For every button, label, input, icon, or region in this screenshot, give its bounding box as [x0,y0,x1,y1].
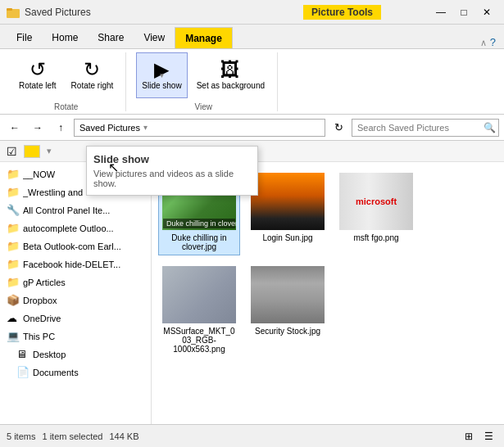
view-grid-button[interactable]: ⊞ [460,427,478,445]
rotate-group-label: Rotate [54,102,78,111]
tab-file[interactable]: File [7,27,42,48]
address-chevron: ▾ [140,123,151,132]
folder-icon-gparticles: 📁 [7,276,20,289]
file-size: 144 KB [109,431,138,441]
folder-icon [7,6,20,19]
sidebar-item-autocomplete[interactable]: 📁 autocomplete Outloo... [0,219,151,237]
sidebar-item-desktop[interactable]: 🖥 Desktop [0,345,151,363]
maximize-button[interactable]: □ [453,3,474,21]
sidebar-item-controlpanel[interactable]: 🔧 All Control Panel Ite... [0,201,151,219]
rotate-left-button[interactable]: ↺ Rotate left [13,52,62,98]
pc-icon: 💻 [7,330,20,343]
view-group-label: View [194,102,212,111]
rotate-group: ↺ Rotate left ↻ Rotate right Rotate [7,52,126,111]
slideshow-button[interactable]: ▶ Slide show ▼ [136,52,187,98]
file-thumb-security [251,266,325,323]
sidebar-item-gparticles[interactable]: 📁 gP Articles [0,273,151,291]
back-button[interactable]: ← [5,118,25,138]
folder-icon-wrestling: 📁 [7,186,20,199]
search-icon: 🔍 [484,122,496,133]
address-path-text: Saved Pictures [79,123,140,133]
close-button[interactable]: ✕ [476,3,497,21]
up-button[interactable]: ↑ [51,118,70,138]
picture-tools-label: Picture Tools [303,5,381,20]
sidebar-item-label-gparticles: gP Articles [23,278,66,287]
slideshow-label: Slide show [142,81,181,90]
set-bg-label: Set as background [197,81,265,90]
tab-home[interactable]: Home [42,27,88,48]
view-group: ▶ Slide show ▼ 🖼 Set as background View [129,52,278,111]
documents-icon: 📄 [16,366,30,379]
sidebar-item-dropbox[interactable]: 📦 Dropbox [0,291,151,309]
search-input[interactable] [352,119,499,137]
view-list-button[interactable]: ☰ [479,427,497,445]
file-label-duke: Duke chilling in clover.jpg [162,233,236,251]
sidebar-item-label-thispc: This PC [23,332,55,341]
address-bar: ← → ↑ Saved Pictures ▾ ↻ 🔍 [0,115,504,141]
title-bar-controls: — □ ✕ [430,3,497,21]
sidebar-item-label-facebook: Facebook hide-DELET... [23,260,120,269]
sidebar-item-onedrive[interactable]: ☁ OneDrive [0,309,151,327]
tab-view[interactable]: View [134,27,175,48]
file-label-login: Login Sun.jpg [262,233,312,242]
sidebar-item-documents[interactable]: 📄 Documents [0,363,151,382]
dropdown-icon[interactable]: ▾ [47,146,52,156]
rotate-left-label: Rotate left [19,81,57,90]
quick-access-icon [24,145,40,158]
rotate-right-button[interactable]: ↻ Rotate right [66,52,120,98]
sidebar-item-label-desktop: Desktop [33,350,66,359]
folder-icon-autocomplete: 📁 [7,222,20,235]
tab-manage[interactable]: Manage [175,27,233,48]
view-toggle: ⊞ ☰ [460,427,497,445]
set-bg-icon: 🖼 [220,60,240,79]
file-item-security[interactable]: Security Stock.jpg [247,262,329,358]
refresh-button[interactable]: ↻ [329,118,348,138]
ribbon: ↺ Rotate left ↻ Rotate right Rotate ▶ Sl… [0,49,504,115]
tooltip-title: Slide show [93,153,251,165]
sidebar-item-label-autocomplete: autocomplete Outloo... [23,224,114,233]
folder-icon-facebook: 📁 [7,258,20,271]
set-background-button[interactable]: 🖼 Set as background [191,52,270,98]
item-count: 5 items [7,431,35,441]
rotate-left-icon: ↺ [30,60,46,79]
file-item-msft[interactable]: microsoft msft fgo.png [335,169,417,255]
folder-icon-now: 📁 [7,168,20,181]
file-item-mssurface[interactable]: MSSurface_MKT_003_RGB-1000x563.png [158,262,240,358]
file-thumb-msft: microsoft [339,173,413,230]
sidebar-item-label-documents: Documents [33,368,79,377]
sidebar-item-label-dropbox: Dropbox [23,296,57,305]
address-path[interactable]: Saved Pictures ▾ [74,119,325,137]
main-content: 📁 __NOW 📁 _Wrestling and MM... 🔧 All Con… [0,162,504,424]
desktop-icon: 🖥 [16,348,30,361]
file-item-login[interactable]: Login Sun.jpg [247,169,329,255]
svg-rect-1 [7,8,12,11]
file-label-msft: msft fgo.png [353,233,398,242]
window-title: Saved Pictures [25,7,303,18]
sidebar-item-thispc[interactable]: 💻 This PC [0,327,151,345]
onedrive-icon: ☁ [7,312,20,325]
file-area: Duke chilling in clover.jpg Duke chillin… [152,162,504,424]
sidebar-item-label-onedrive: OneDrive [23,314,61,323]
view-list-icon: ☰ [484,431,493,442]
control-icon: 🔧 [7,204,20,217]
sidebar-item-facebook[interactable]: 📁 Facebook hide-DELET... [0,255,151,273]
folder-icon-beta: 📁 [7,240,20,253]
file-label-mssurface: MSSurface_MKT_003_RGB-1000x563.png [162,327,236,354]
tab-share[interactable]: Share [88,27,134,48]
tooltip-popup: Slide show View pictures and videos as a… [86,146,258,196]
checkbox-icon[interactable]: ☑ [7,145,17,158]
sidebar: 📁 __NOW 📁 _Wrestling and MM... 🔧 All Con… [0,162,152,424]
sidebar-item-label-controlpanel: All Control Panel Ite... [23,205,110,215]
forward-button[interactable]: → [28,118,48,138]
tooltip-body: View pictures and videos as a slide show… [93,169,251,188]
title-bar: Saved Pictures Picture Tools — □ ✕ [0,0,504,25]
sidebar-item-beta[interactable]: 📁 Beta Outlook-com Earl... [0,237,151,255]
file-thumb-mssurface [162,266,236,323]
rotate-right-icon: ↻ [84,60,100,79]
file-label-security: Security Stock.jpg [255,327,320,336]
dropbox-icon: 📦 [7,294,20,307]
file-thumb-login [251,173,325,230]
minimize-button[interactable]: — [430,3,452,21]
ribbon-tabs: File Home Share View Manage ∧ ? [0,25,504,49]
selected-count: 1 item selected [42,431,102,441]
